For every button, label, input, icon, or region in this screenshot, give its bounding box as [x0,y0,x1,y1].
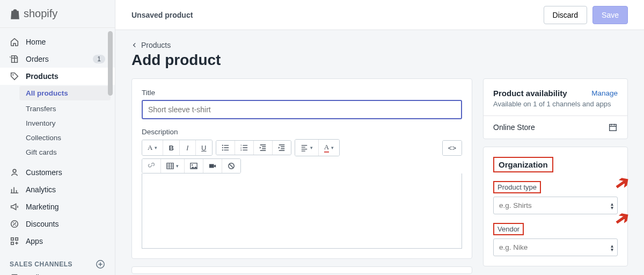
sidebar-item-analytics[interactable]: Analytics [0,181,115,198]
availability-store: Online Store [493,123,535,132]
sidebar-item-label: Orders [26,55,49,63]
sidebar-item-discounts[interactable]: Discounts [0,215,115,233]
svg-point-12 [222,149,223,150]
underline-button[interactable]: U [196,140,212,155]
sidebar-sub-inventory[interactable]: Inventory [0,116,115,131]
sales-channels-heading: SALES CHANNELS [0,259,115,269]
svg-point-0 [12,74,13,75]
outdent-button[interactable] [254,141,273,155]
video-button[interactable] [203,159,222,173]
discard-button[interactable]: Discard [544,6,587,24]
sidebar-scrollbar[interactable] [108,31,113,96]
sidebar-nav: Home Orders 1 Products All products Tran… [0,28,115,275]
organization-card: Organization Product type ▴▾ Vendor ▴▾ ➔ [483,147,628,266]
sidebar-item-label: Analytics [26,185,56,194]
topbar-title: Unsaved product [131,11,193,19]
sidebar-sub-collections[interactable]: Collections [0,131,115,145]
availability-card: Product availability Manage Available on… [483,78,628,139]
organization-heading: Organization [493,157,553,172]
sidebar-item-products[interactable]: Products [0,68,115,85]
marketing-icon [10,202,19,212]
breadcrumb-label: Products [141,41,171,49]
svg-rect-7 [11,242,14,245]
availability-heading: Product availability [493,89,567,98]
title-input[interactable] [142,100,462,119]
bold-button[interactable]: B [163,140,179,155]
table-dropdown[interactable] [161,159,185,173]
sidebar-sub-gift-cards[interactable]: Gift cards [0,145,115,160]
text-color-dropdown[interactable]: A [319,140,339,156]
sidebar-item-orders[interactable]: Orders 1 [0,50,115,68]
product-card: Title Description A B I U [131,78,472,259]
svg-rect-5 [11,238,14,241]
svg-rect-6 [16,238,18,241]
page-title: Add product [131,52,628,69]
indent-button[interactable] [273,141,291,155]
calendar-icon[interactable] [608,122,618,132]
sidebar: shopify Home Orders 1 Products All produ… [0,0,115,275]
svg-point-4 [15,225,16,226]
sidebar-item-label: Customers [26,168,62,177]
align-dropdown[interactable] [295,140,319,156]
store-icon [10,273,19,275]
sidebar-item-label: Apps [26,237,43,245]
description-label: Description [142,128,462,136]
bullet-list-button[interactable] [216,141,235,155]
shopify-bag-icon [10,8,20,20]
topbar: Unsaved product Discard Save [115,0,644,30]
svg-point-10 [222,145,223,146]
breadcrumb[interactable]: Products [131,41,628,49]
editor-toolbar-2 [142,158,462,173]
svg-point-18 [192,164,193,165]
sidebar-item-apps[interactable]: Apps [0,233,115,250]
sidebar-item-label: Marketing [26,202,58,211]
availability-subtext: Available on 1 of 1 channels and apps [493,100,618,108]
sidebar-item-customers[interactable]: Customers [0,164,115,181]
vendor-input[interactable] [493,238,618,256]
image-button[interactable] [185,159,203,173]
apps-icon [10,236,19,246]
html-view-button[interactable]: <> [443,141,462,155]
analytics-icon [10,185,19,194]
title-label: Title [142,89,462,97]
sidebar-sub-all-products[interactable]: All products [19,86,111,100]
content: Products Add product Title Description A… [115,30,644,275]
editor-toolbar: A B I U 123 [142,139,462,156]
sidebar-item-online-store[interactable]: Online Store [0,269,115,275]
svg-point-11 [222,147,223,148]
description-editor[interactable] [142,173,462,249]
sidebar-item-home[interactable]: Home [0,33,115,50]
product-type-combo: ▴▾ [493,197,618,214]
product-type-input[interactable] [493,197,618,214]
svg-rect-21 [610,125,617,131]
sidebar-sub-transfers[interactable]: Transfers [0,102,115,116]
brand-logo[interactable]: shopify [10,8,57,20]
sidebar-item-label: Discounts [26,220,58,228]
sidebar-header: shopify [0,0,115,28]
italic-button[interactable]: I [180,140,196,155]
manage-link[interactable]: Manage [591,89,618,97]
sidebar-item-label: Home [26,38,46,46]
product-type-label: Product type [493,181,541,193]
orders-badge: 1 [93,55,105,63]
save-button[interactable]: Save [592,6,628,24]
home-icon [10,37,19,47]
font-style-dropdown[interactable]: A [142,140,163,155]
clear-format-button[interactable] [222,159,240,173]
vendor-combo: ▴▾ [493,238,618,256]
sidebar-item-label: Products [26,72,58,81]
products-icon [10,71,19,81]
svg-point-1 [13,170,16,173]
sales-channels-label: SALES CHANNELS [10,260,72,268]
main: Unsaved product Discard Save Products Ad… [115,0,644,275]
brand-text: shopify [24,8,57,20]
vendor-label: Vendor [493,223,524,235]
customers-icon [10,168,19,177]
next-card-peek [131,266,472,274]
vendor-stepper[interactable]: ▴▾ [611,244,613,251]
link-button[interactable] [142,159,161,173]
sidebar-item-marketing[interactable]: Marketing [0,198,115,215]
product-type-stepper[interactable]: ▴▾ [611,202,613,209]
add-channel-button[interactable] [96,259,105,269]
number-list-button[interactable]: 123 [235,141,254,155]
